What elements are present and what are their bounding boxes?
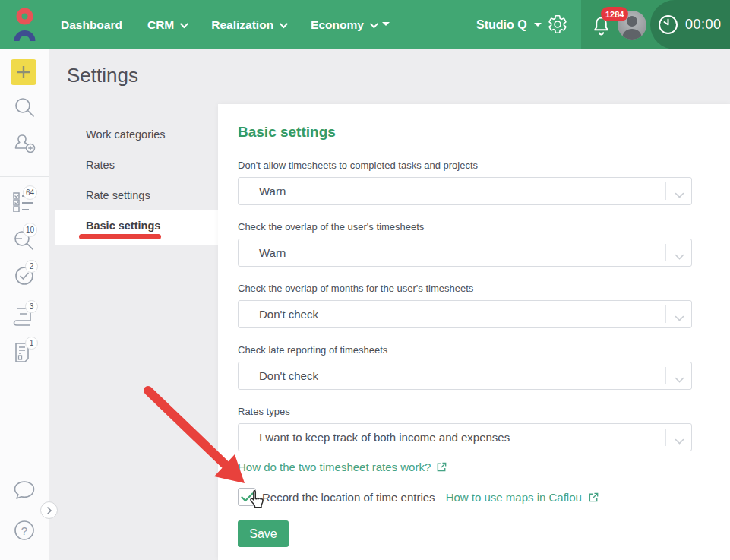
sidebar-divider: [0, 176, 49, 177]
add-new-button[interactable]: [11, 59, 36, 85]
field-label: Rates types: [238, 406, 692, 417]
record-location-checkbox[interactable]: [238, 488, 256, 506]
field-label: Check the overlap of the user's timeshee…: [238, 221, 692, 233]
chevron-right-icon: [45, 506, 54, 515]
top-navigation-bar: Dashboard CRM Realization Economy Studio…: [0, 0, 730, 49]
sidebar-expand-button[interactable]: [40, 501, 58, 519]
menu-item-economy[interactable]: Economy: [311, 18, 376, 32]
select-completed-tasks[interactable]: Warn: [238, 177, 692, 205]
field-group: Check late reporting of timesheets Don't…: [238, 344, 692, 390]
plus-icon: [15, 64, 32, 81]
chevron-down-icon: [675, 435, 684, 448]
page-title: Settings: [67, 64, 138, 87]
select-rates-types[interactable]: I want to keep track of both income and …: [238, 423, 692, 451]
select-value: Warn: [259, 239, 286, 267]
select-overlap-months[interactable]: Don't check: [238, 300, 692, 328]
help-question-icon[interactable]: ?: [13, 519, 36, 545]
field-group: Rates types I want to keep track of both…: [238, 406, 692, 451]
select-late-reporting[interactable]: Don't check: [238, 362, 692, 390]
approvals-badge: 2: [25, 260, 38, 273]
basic-settings-panel: Basic settings Don't allow timesheets to…: [218, 104, 730, 560]
external-link-icon: [436, 461, 447, 473]
checkmark-icon: [241, 492, 254, 502]
select-divider: [665, 244, 666, 261]
menu-item-dashboard[interactable]: Dashboard: [61, 18, 122, 32]
account-name: Studio Q: [476, 18, 527, 32]
caret-down-icon: [534, 23, 542, 27]
field-label: Check the overlap of months for the user…: [238, 283, 692, 294]
icon-sidebar: 64 10 2 3: [0, 49, 49, 560]
tasks-badge: 64: [23, 185, 37, 200]
rates-help-link[interactable]: How do the two timesheet rates work?: [238, 460, 431, 473]
settings-section: Settings Work categories Rates Rate sett…: [49, 49, 730, 560]
settings-gear-icon[interactable]: [547, 14, 568, 38]
svg-text:?: ?: [21, 524, 27, 537]
select-value: I want to keep track of both income and …: [259, 424, 510, 451]
timer-value: 00:00: [685, 17, 722, 33]
external-link-icon: [588, 492, 599, 503]
more-menu-caret-icon[interactable]: [382, 22, 390, 26]
panel-heading: Basic settings: [238, 124, 692, 141]
chevron-down-icon: [675, 373, 684, 387]
menu-label: Realization: [211, 18, 273, 32]
select-divider: [665, 429, 666, 446]
field-label: Don't allow timesheets to completed task…: [238, 160, 692, 171]
field-group: Don't allow timesheets to completed task…: [238, 160, 692, 205]
settings-nav-rates[interactable]: Rates: [86, 159, 207, 171]
active-nav-underline: [79, 234, 161, 239]
search-badge: 10: [23, 223, 37, 237]
field-group: Check the overlap of months for the user…: [238, 283, 692, 328]
account-switcher[interactable]: Studio Q: [476, 0, 542, 49]
menu-label: Dashboard: [61, 18, 122, 32]
add-contact-icon[interactable]: [12, 133, 36, 159]
primary-menu: Dashboard CRM Realization Economy: [61, 0, 376, 49]
menu-label: CRM: [147, 18, 174, 32]
notifications-count-badge[interactable]: 1284: [601, 7, 628, 21]
maps-help-link[interactable]: How to use maps in Caflou: [446, 491, 582, 504]
checkbox-label: Record the location of time entries: [262, 491, 435, 504]
settings-nav-work-categories[interactable]: Work categories: [86, 128, 207, 141]
select-divider: [665, 367, 666, 384]
chat-bubble-icon[interactable]: [13, 480, 36, 505]
field-label: Check late reporting of timesheets: [238, 344, 692, 356]
select-value: Don't check: [259, 301, 318, 328]
caflou-logo-icon[interactable]: [13, 8, 36, 45]
settings-nav-rate-settings[interactable]: Rate settings: [86, 189, 207, 201]
select-overlap-user[interactable]: Warn: [238, 239, 692, 267]
chevron-down-icon: [280, 19, 288, 27]
chevron-down-icon: [675, 250, 684, 264]
menu-item-crm[interactable]: CRM: [147, 18, 186, 32]
save-button[interactable]: Save: [238, 520, 289, 547]
settings-nav-basic-settings[interactable]: Basic settings: [86, 220, 207, 232]
stopwatch-icon: [658, 14, 678, 35]
menu-item-realization[interactable]: Realization: [211, 18, 286, 32]
select-value: Don't check: [259, 362, 318, 390]
ledger-badge: 3: [25, 300, 38, 313]
chevron-down-icon: [675, 188, 684, 202]
invoices-badge: 1: [25, 337, 38, 350]
app-screen: Dashboard CRM Realization Economy Studio…: [0, 0, 730, 560]
select-divider: [665, 305, 666, 323]
chevron-down-icon: [370, 19, 378, 27]
search-icon[interactable]: [13, 96, 36, 122]
chevron-down-icon: [675, 312, 684, 325]
time-tracker[interactable]: 00:00: [658, 0, 722, 49]
select-divider: [665, 182, 666, 200]
chevron-down-icon: [180, 19, 188, 27]
menu-label: Economy: [311, 18, 364, 32]
select-value: Warn: [259, 178, 286, 205]
field-group: Check the overlap of the user's timeshee…: [238, 221, 692, 267]
